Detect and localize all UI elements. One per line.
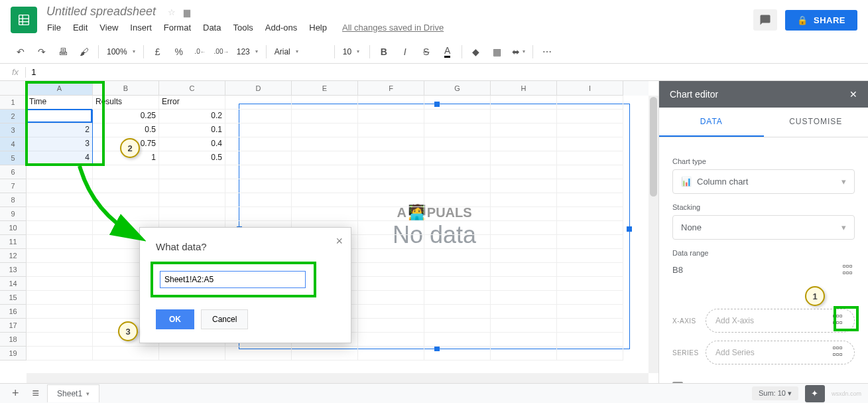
cell-empty[interactable]: [358, 179, 424, 193]
cell-empty[interactable]: [424, 319, 491, 333]
cell-empty[interactable]: [159, 165, 225, 179]
cell-empty[interactable]: [358, 137, 424, 151]
paint-format-icon[interactable]: 🖌: [74, 42, 94, 61]
cell-empty[interactable]: [424, 110, 491, 123]
cell-empty[interactable]: [491, 235, 557, 249]
cell-empty[interactable]: [491, 291, 557, 305]
redo-icon[interactable]: ↷: [32, 42, 52, 61]
row-header-17[interactable]: 17: [0, 319, 27, 333]
menu-format[interactable]: Format: [159, 20, 196, 35]
more-icon[interactable]: ⋯: [537, 42, 557, 61]
cell-empty[interactable]: [557, 291, 623, 305]
cell-empty[interactable]: [358, 96, 424, 110]
cell-empty[interactable]: [27, 333, 93, 347]
percent-icon[interactable]: %: [169, 42, 189, 61]
cell-c3[interactable]: 0.1: [159, 123, 225, 137]
cell-empty[interactable]: [159, 179, 225, 193]
cell-empty[interactable]: [27, 291, 93, 305]
row-header-3[interactable]: 3: [0, 123, 27, 137]
cell-empty[interactable]: [159, 193, 225, 207]
tab-customise[interactable]: CUSTOMISE: [764, 108, 869, 137]
menu-view[interactable]: View: [95, 20, 123, 35]
cell-empty[interactable]: [491, 333, 557, 347]
cell-empty[interactable]: [424, 96, 491, 110]
cell-empty[interactable]: [557, 263, 623, 277]
cell-empty[interactable]: [358, 221, 424, 235]
more-formats[interactable]: 123: [233, 47, 262, 56]
switch-rows-cols-checkbox[interactable]: Switch rows/columns: [672, 382, 855, 383]
cell-empty[interactable]: [225, 193, 292, 207]
decrease-decimal-icon[interactable]: .0←: [190, 42, 210, 61]
cell-empty[interactable]: [292, 207, 358, 221]
select-all-corner[interactable]: [0, 81, 27, 96]
cancel-button[interactable]: Cancel: [201, 309, 248, 329]
cell-empty[interactable]: [358, 193, 424, 207]
cell-empty[interactable]: [424, 207, 491, 221]
all-sheets-icon[interactable]: ≡: [27, 384, 45, 403]
cell-empty[interactable]: [491, 123, 557, 137]
cell-empty[interactable]: [358, 305, 424, 319]
cell-empty[interactable]: [225, 179, 292, 193]
cell-empty[interactable]: [491, 96, 557, 110]
cell-empty[interactable]: [491, 263, 557, 277]
row-header-13[interactable]: 13: [0, 263, 27, 277]
cell-empty[interactable]: [491, 249, 557, 263]
cell-empty[interactable]: [292, 193, 358, 207]
cell-empty[interactable]: [557, 277, 623, 291]
cell-empty[interactable]: [225, 347, 292, 361]
cell-empty[interactable]: [424, 347, 491, 361]
text-color-icon[interactable]: A: [438, 42, 458, 61]
close-icon[interactable]: ×: [336, 234, 343, 248]
row-header-18[interactable]: 18: [0, 333, 27, 347]
menu-tools[interactable]: Tools: [228, 20, 257, 35]
cell-empty[interactable]: [424, 277, 491, 291]
row-header-15[interactable]: 15: [0, 291, 27, 305]
cell-empty[interactable]: [557, 333, 623, 347]
zoom-select[interactable]: 100%: [103, 47, 139, 56]
cell-empty[interactable]: [491, 277, 557, 291]
row-header-8[interactable]: 8: [0, 193, 27, 207]
cell-empty[interactable]: [27, 305, 93, 319]
cell-empty[interactable]: [424, 291, 491, 305]
cell-c1[interactable]: Error: [159, 96, 225, 110]
menu-edit[interactable]: Edit: [68, 20, 92, 35]
cell-empty[interactable]: [491, 165, 557, 179]
row-header-11[interactable]: 11: [0, 235, 27, 249]
cell-empty[interactable]: [557, 347, 623, 361]
currency-icon[interactable]: £: [148, 42, 168, 61]
series-add-button[interactable]: Add Series: [706, 341, 855, 364]
cell-empty[interactable]: [424, 235, 491, 249]
cell-empty[interactable]: [358, 249, 424, 263]
cell-empty[interactable]: [424, 137, 491, 151]
cell-empty[interactable]: [358, 347, 424, 361]
cell-empty[interactable]: [292, 347, 358, 361]
cell-empty[interactable]: [491, 347, 557, 361]
cell-empty[interactable]: [424, 165, 491, 179]
xaxis-add-button[interactable]: Add X-axis: [706, 309, 855, 333]
cell-empty[interactable]: [358, 291, 424, 305]
row-header-7[interactable]: 7: [0, 179, 27, 193]
borders-icon[interactable]: ▦: [487, 42, 507, 61]
comments-icon[interactable]: [753, 9, 777, 31]
col-header-f[interactable]: F: [358, 81, 424, 96]
save-status[interactable]: All changes saved in Drive: [342, 20, 444, 35]
cell-empty[interactable]: [424, 333, 491, 347]
print-icon[interactable]: 🖶: [53, 42, 73, 61]
cell-empty[interactable]: [225, 137, 292, 151]
explore-icon[interactable]: ✦: [805, 385, 825, 402]
sheet-area[interactable]: A B C D E F G H I 1234567891011121314151…: [0, 81, 658, 383]
data-range-value[interactable]: B8: [672, 265, 683, 277]
cell-empty[interactable]: [557, 319, 623, 333]
chevron-down-icon[interactable]: ▾: [86, 390, 90, 397]
row-header-9[interactable]: 9: [0, 207, 27, 221]
cell-empty[interactable]: [292, 137, 358, 151]
menu-help[interactable]: Help: [304, 20, 332, 35]
cell-empty[interactable]: [557, 207, 623, 221]
strike-icon[interactable]: S: [416, 42, 436, 61]
cell-empty[interactable]: [491, 110, 557, 123]
row-header-12[interactable]: 12: [0, 249, 27, 263]
cell-empty[interactable]: [491, 179, 557, 193]
cell-c2[interactable]: 0.2: [159, 110, 225, 123]
cell-empty[interactable]: [27, 319, 93, 333]
cell-empty[interactable]: [358, 110, 424, 123]
